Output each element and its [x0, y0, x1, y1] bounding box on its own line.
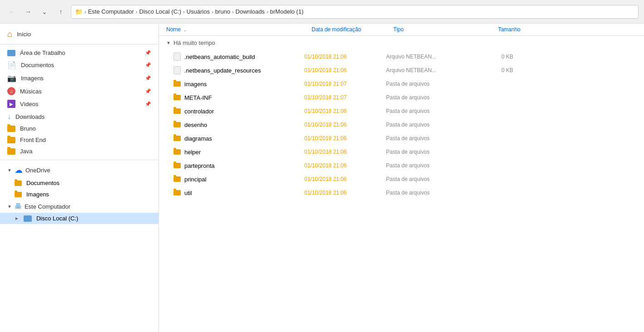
sidebar-item-music[interactable]: ♫ Músicas 📌	[0, 85, 159, 98]
file-type-cell: Pasta de arquivos	[386, 135, 468, 142]
file-type-cell: Pasta de arquivos	[386, 108, 468, 114]
file-date-cell: 01/10/2018 21:06	[304, 67, 386, 73]
breadcrumb-item-bruno[interactable]: bruno	[215, 8, 230, 15]
table-row[interactable]: imagens 01/10/2018 21:07 Pasta de arquiv…	[159, 77, 644, 91]
table-row[interactable]: helper 01/10/2018 21:06 Pasta de arquivo…	[159, 145, 644, 159]
sidebar-item-frontend[interactable]: Front End	[0, 134, 159, 146]
sidebar-label-videos: Vídeos	[20, 101, 140, 107]
top-bar: ← → ⌄ ↑ 📁 › Este Computador › Disco Loca…	[0, 0, 644, 24]
pin-icon-music: 📌	[145, 88, 151, 94]
sidebar-divider-1	[0, 44, 159, 44]
folder-icon	[173, 108, 181, 114]
sidebar-label-desktop: Área de Trabalho	[20, 49, 140, 56]
folder-icon	[173, 190, 181, 195]
file-type-cell: Pasta de arquivos	[386, 176, 468, 182]
file-name-cell: partepronta	[173, 162, 304, 169]
file-date-cell: 01/10/2018 21:06	[304, 149, 386, 155]
file-name-cell: diagramas	[173, 135, 304, 142]
file-name-cell: controlador	[173, 108, 304, 115]
sidebar-item-downloads[interactable]: ↓ Downloads	[0, 110, 159, 123]
up-button[interactable]: ↑	[54, 5, 67, 18]
file-name-cell: util	[173, 190, 304, 196]
table-row[interactable]: principal 01/10/2018 21:06 Pasta de arqu…	[159, 172, 644, 186]
file-type-cell: Pasta de arquivos	[386, 94, 468, 101]
table-row[interactable]: META-INF 01/10/2018 21:07 Pasta de arqui…	[159, 91, 644, 104]
table-row[interactable]: diagramas 01/10/2018 21:06 Pasta de arqu…	[159, 132, 644, 145]
table-row[interactable]: util 01/10/2018 21:06 Pasta de arquivos	[159, 186, 644, 200]
file-type-cell: Pasta de arquivos	[386, 81, 468, 87]
file-date-cell: 01/10/2018 21:07	[304, 81, 386, 87]
file-type-cell: Pasta de arquivos	[386, 162, 468, 169]
forward-button[interactable]: →	[22, 5, 35, 18]
sidebar: ⌂ Início Área de Trabalho 📌 📄 Documentos…	[0, 24, 159, 332]
col-header-date[interactable]: Data de modificação	[312, 26, 393, 33]
sidebar-label-java: Java	[20, 148, 151, 155]
pin-icon-documents: 📌	[145, 62, 151, 68]
file-name-text: helper	[184, 149, 201, 156]
sidebar-label-inicio: Início	[17, 31, 151, 38]
back-button[interactable]: ←	[5, 5, 18, 18]
sidebar-section-computer[interactable]: ▼ 🖶 Este Computador	[0, 200, 159, 213]
sidebar-item-inicio[interactable]: ⌂ Início	[0, 27, 159, 41]
file-name-cell: META-INF	[173, 94, 304, 101]
file-name-text: util	[184, 190, 192, 196]
sidebar-subitem-onedrive-images[interactable]: Imagens	[0, 189, 159, 200]
pin-icon-videos: 📌	[145, 101, 151, 107]
table-row[interactable]: partepronta 01/10/2018 21:06 Pasta de ar…	[159, 159, 644, 172]
images-icon: 📷	[7, 74, 16, 83]
folder-icon	[173, 95, 181, 100]
table-row[interactable]: .netbeans_automatic_build 01/10/2018 21:…	[159, 50, 644, 63]
sidebar-item-images[interactable]: 📷 Imagens 📌	[0, 72, 159, 85]
sidebar-item-desktop[interactable]: Área de Trabalho 📌	[0, 47, 159, 59]
file-name-text: .netbeans_automatic_build	[184, 54, 255, 60]
pin-icon-desktop: 📌	[145, 50, 151, 56]
folder-icon	[173, 176, 181, 182]
file-name-text: principal	[184, 176, 206, 183]
sidebar-subitem-onedrive-documents[interactable]: Documentos	[0, 177, 159, 189]
sidebar-label-onedrive-docs: Documentos	[26, 180, 59, 186]
col-header-size[interactable]: Tamanho	[475, 26, 520, 33]
file-name-cell: desenho	[173, 122, 304, 128]
downloads-icon: ↓	[7, 112, 11, 121]
file-type-cell: Pasta de arquivos	[386, 122, 468, 128]
sidebar-label-images: Imagens	[21, 75, 140, 82]
table-row[interactable]: .netbeans_update_resources 01/10/2018 21…	[159, 63, 644, 77]
file-name-cell: .netbeans_automatic_build	[173, 53, 304, 61]
home-icon: ⌂	[7, 29, 12, 39]
sort-indicator-name: ⌄	[183, 28, 187, 32]
group-label-old: Há muito tempo	[173, 39, 215, 46]
file-name-text: META-INF	[184, 94, 212, 101]
group-header-old: ▼ Há muito tempo	[159, 36, 644, 50]
table-row[interactable]: controlador 01/10/2018 21:06 Pasta de ar…	[159, 104, 644, 118]
sidebar-item-bruno[interactable]: Bruno	[0, 123, 159, 134]
recent-locations-button[interactable]: ⌄	[38, 5, 51, 18]
breadcrumb-item-computador[interactable]: Este Computador	[88, 8, 134, 15]
breadcrumb-item-brmodelo[interactable]: brModelo (1)	[270, 8, 304, 15]
column-headers: Nome ⌄ Data de modificação Tipo Tamanho	[159, 24, 644, 36]
file-name-cell: principal	[173, 176, 304, 183]
file-name-cell: helper	[173, 149, 304, 156]
sidebar-subitem-disk-c[interactable]: ► Disco Local (C:)	[0, 213, 159, 224]
pin-icon-images: 📌	[145, 75, 151, 81]
desktop-icon	[7, 50, 15, 56]
computer-expand-arrow: ▼	[7, 204, 12, 209]
sidebar-label-bruno: Bruno	[20, 125, 151, 132]
breadcrumb-item-disco[interactable]: Disco Local (C:)	[139, 8, 181, 15]
sidebar-section-onedrive[interactable]: ▼ ☁ OneDrive	[0, 163, 159, 177]
disk-icon	[24, 215, 32, 222]
music-icon: ♫	[7, 87, 15, 95]
breadcrumb-bar[interactable]: 📁 › Este Computador › Disco Local (C:) ›…	[71, 5, 639, 19]
breadcrumb-item-usuarios[interactable]: Usuários	[187, 8, 210, 15]
col-header-name[interactable]: Nome ⌄	[166, 26, 312, 33]
col-header-type[interactable]: Tipo	[393, 26, 475, 33]
file-date-cell: 01/10/2018 21:06	[304, 176, 386, 182]
sidebar-item-documents[interactable]: 📄 Documentos 📌	[0, 59, 159, 72]
file-size-cell: 0 KB	[468, 67, 513, 73]
file-name-text: partepronta	[184, 162, 215, 169]
breadcrumb-folder-icon: 📁	[75, 8, 83, 15]
sidebar-item-videos[interactable]: ▶ Vídeos 📌	[0, 98, 159, 110]
table-row[interactable]: desenho 01/10/2018 21:06 Pasta de arquiv…	[159, 118, 644, 132]
sidebar-label-onedrive: OneDrive	[25, 167, 50, 174]
sidebar-item-java[interactable]: Java	[0, 146, 159, 157]
breadcrumb-item-downloads[interactable]: Downloads	[236, 8, 265, 15]
